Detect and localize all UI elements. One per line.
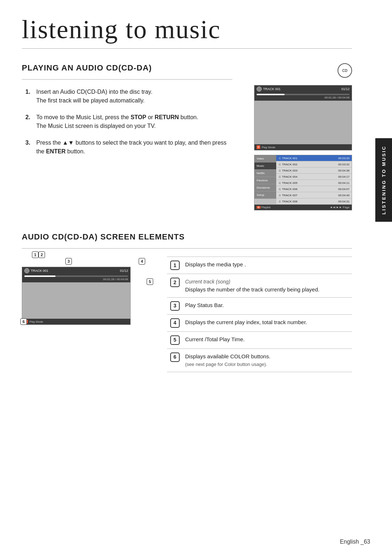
ml-playlist-label: B Playlist xyxy=(257,206,270,209)
elem-desc-5: Current /Total Play Time. xyxy=(183,331,352,348)
ann-main-area xyxy=(22,282,130,319)
elem-desc-2-title: Current track (song) xyxy=(185,279,230,285)
elem-num-box-3: 3 xyxy=(170,301,180,311)
element-row-3: 3 Play Status Bar. xyxy=(167,297,352,314)
elem-num-box-5: 5 xyxy=(170,335,180,345)
music-list-screen: Video Music Netflix Pandora Disclaimer S… xyxy=(254,155,352,210)
ann-progress-fill xyxy=(24,275,56,277)
ann-label-3: 3 xyxy=(65,258,72,265)
player-btn-indicator: B xyxy=(257,145,260,149)
step1-number: 1. xyxy=(25,88,34,96)
ann-bottom-bar: B Play Mode xyxy=(22,319,130,325)
player-track-label: TRACK 001 xyxy=(263,87,281,91)
music-note-icon-8: ♫ xyxy=(278,200,281,203)
player-main-area xyxy=(254,101,352,144)
ml-row-5: ♫TRACK 005 00:04:11 xyxy=(276,180,352,186)
ann-label-2: 2 xyxy=(38,251,45,258)
ml-row-3: ♫TRACK 003 00:04:36 xyxy=(276,168,352,174)
side-tab: LISTENING TO MUSIC xyxy=(375,138,392,222)
ml-page-label: ◄◄/►► Page xyxy=(330,206,350,209)
step-2: 2. To move to the Music List, press the … xyxy=(25,113,232,130)
player-bottom-label: Play Mode xyxy=(262,146,275,149)
sidebar-item-netflix: Netflix xyxy=(254,170,276,177)
elements-table: 1 Displays the media type . 2 xyxy=(167,257,352,372)
elem-desc-1-text: Displays the media type . xyxy=(185,261,246,267)
step2-text: To move to the Music List, press the STO… xyxy=(36,113,232,130)
side-tab-dot xyxy=(381,124,386,128)
section2-heading: AUDIO CD(CD-DA) SCREEN ELEMENTS xyxy=(22,232,352,242)
elem-num-2: 2 xyxy=(167,274,183,298)
elem-num-6: 6 xyxy=(167,348,183,372)
elem-desc-5-text: Current /Total Play Time. xyxy=(185,336,245,342)
section1-divider xyxy=(22,79,232,80)
step-list: 1. Insert an Audio CD(CD-DA) into the di… xyxy=(25,88,232,156)
elem-num-5: 5 xyxy=(167,331,183,348)
ml-row-6: ♫TRACK 006 00:04:07 xyxy=(276,186,352,192)
player-track-left: TRACK 001 xyxy=(257,86,281,92)
sidebar-item-video: Video xyxy=(254,155,276,162)
annotated-screen: TRACK 001 01/12 00:01:28 / 00:04:06 xyxy=(22,267,131,325)
ann-cd-icon xyxy=(24,268,29,273)
music-note-icon-1: ♫ xyxy=(278,156,281,160)
ml-row-7: ♫TRACK 007 00:04:40 xyxy=(276,192,352,198)
element-row-5: 5 Current /Total Play Time. xyxy=(167,331,352,348)
sidebar-item-pandora: Pandora xyxy=(254,177,276,184)
element-row-1: 1 Displays the media type . xyxy=(167,257,352,274)
elem-desc-3-text: Play Status Bar. xyxy=(185,302,224,308)
ann-progress-area: 00:01:28 / 00:04:06 xyxy=(22,274,130,282)
page-footer: English _63 xyxy=(340,539,370,545)
elem-desc-2-text: Displays the number of the track current… xyxy=(185,286,319,293)
music-note-icon-7: ♫ xyxy=(278,193,281,197)
ml-sidebar: Video Music Netflix Pandora Disclaimer S… xyxy=(254,155,276,199)
section2-divider xyxy=(22,248,352,249)
ann-label-5: 5 xyxy=(147,278,153,285)
ml-row-4: ♫TRACK 004 00:04:17 xyxy=(276,174,352,180)
elem-num-box-6: 6 xyxy=(170,352,180,362)
elem-num-box-4: 4 xyxy=(170,318,180,328)
sidebar-item-setup: Setup xyxy=(254,192,276,199)
step2-number: 2. xyxy=(25,113,34,122)
player-top-bar: TRACK 001 01/12 xyxy=(254,85,352,93)
player-progress-fill xyxy=(257,94,285,95)
sidebar-item-music: Music xyxy=(254,162,276,170)
elem-desc-4: Displays the current play index, total t… xyxy=(183,314,352,331)
ml-row-2: ♫TRACK 002 00:03:32 xyxy=(276,161,352,168)
ann-top-bar: TRACK 001 01/12 xyxy=(22,267,130,274)
elem-desc-3: Play Status Bar. xyxy=(183,297,352,314)
music-note-icon-3: ♫ xyxy=(278,169,281,172)
sidebar-item-disclaimer: Disclaimer xyxy=(254,184,276,192)
step3-text: Press the ▲▼ buttons to select the track… xyxy=(36,138,232,156)
elem-desc-1: Displays the media type . xyxy=(183,257,352,274)
step-1: 1. Insert an Audio CD(CD-DA) into the di… xyxy=(25,88,232,105)
ann-play-mode: Play Mode xyxy=(29,320,43,323)
side-tab-label: LISTENING TO MUSIC xyxy=(381,145,387,214)
ml-row-8: ♫TRACK 008 00:04:31 xyxy=(276,198,352,205)
player-progress-track xyxy=(257,94,350,95)
player-bottom-bar: B Play Mode xyxy=(254,144,352,150)
elem-num-1: 1 xyxy=(167,257,183,274)
elem-desc-4-text: Displays the current play index, total t… xyxy=(185,319,307,325)
ann-progress-track xyxy=(24,275,128,277)
elem-num-3: 3 xyxy=(167,297,183,314)
player-time: 00:01:28 / 00:04:06 xyxy=(257,95,350,99)
ann-label-6: 6 xyxy=(20,318,27,325)
section1-heading: PLAYING AN AUDIO CD(CD-DA) xyxy=(22,63,232,73)
step-3: 3. Press the ▲▼ buttons to select the tr… xyxy=(25,138,232,156)
elem-desc-6: Displays available COLOR buttons. (see n… xyxy=(183,348,352,372)
ann-label-4: 4 xyxy=(139,258,145,265)
element-row-4: 4 Displays the current play index, total… xyxy=(167,314,352,331)
ann-time: 00:01:28 / 00:04:06 xyxy=(24,277,128,281)
ml-row-1: ♫TRACK 001 00:03:20 xyxy=(276,155,352,161)
elem-num-box-1: 1 xyxy=(170,261,180,270)
ml-bottom-bar: B Playlist ◄◄/►► Page xyxy=(254,205,352,210)
cd-icon: CD xyxy=(338,63,352,78)
music-note-icon-6: ♫ xyxy=(278,187,281,191)
music-note-icon-5: ♫ xyxy=(278,181,281,185)
music-note-icon-4: ♫ xyxy=(278,175,281,178)
ml-content: ♫TRACK 001 00:03:20 ♫TRACK 002 00:03:32 … xyxy=(276,155,352,205)
ann-track-number: 01/12 xyxy=(120,269,128,273)
page-title: listening to music xyxy=(22,15,352,49)
step3-number: 3. xyxy=(25,138,34,147)
elem-desc-6-sub: (see next page for Color button usage). xyxy=(185,362,267,367)
elem-desc-2: Current track (song) Displays the number… xyxy=(183,274,352,298)
